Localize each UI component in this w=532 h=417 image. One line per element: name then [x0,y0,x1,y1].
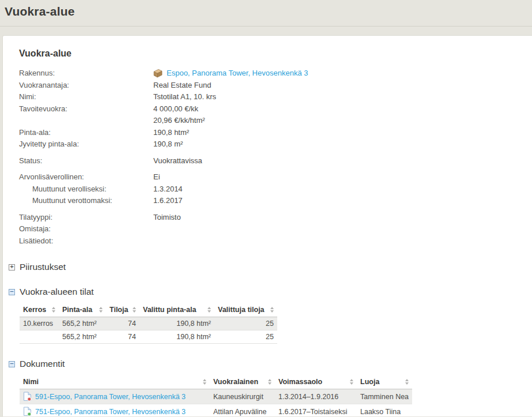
collapse-icon[interactable]: − [9,361,15,367]
field-arvonlisaverollinen: Arvonlisäverollinen: Ei [19,171,532,183]
cell-kerros: 10.kerros [20,317,59,330]
table-row: 751-Espoo, Panorama Tower, Hevosenkenkä … [20,404,412,417]
field-value: 190,8 htm² [153,127,189,139]
cell-vuokralainen: Attilan Apuväline [210,404,275,417]
table-summary-row: 565,2 htm² 74 190,8 htm² 25 [20,330,277,344]
field-label: Tavoitevuokra: [19,103,153,115]
field-nimi: Nimi: Tstotilat A1, 10. krs [19,91,532,103]
field-label: Status: [19,155,153,167]
field-label: Muuttunut verottomaksi: [19,195,153,207]
section-title-tilat: Vuokra-alueen tilat [20,287,94,297]
collapse-icon[interactable]: − [9,289,15,295]
sort-icon [270,307,274,313]
cell-voimassaolo: 1.6.2017–Toistaiseksi [275,404,357,417]
column-header-valittu-pinta-ala[interactable]: Valittu pinta-ala [139,304,214,317]
column-header-valittuja-tiloja[interactable]: Valittuja tiloja [214,304,277,317]
page-header: Vuokra-alue [0,0,532,27]
field-omistaja: Omistaja: [19,223,532,235]
cell-pinta-ala: 565,2 htm² [59,330,106,344]
field-label: Rakennus: [19,67,153,80]
field-value: Ei [153,171,160,183]
sort-icon [350,379,353,385]
doc-header-row: Nimi Vuokralainen Voimassaolo Luoja [20,376,412,389]
column-header-voimassaolo[interactable]: Voimassaolo [275,376,357,389]
cell-luoja: Laakso Tiina [357,404,412,417]
field-value: 190,8 m² [153,138,183,151]
cell-pinta-ala: 565,2 htm² [59,317,106,330]
column-header-luoja[interactable]: Luoja [357,376,412,389]
section-title-dokumentit: Dokumentit [20,359,65,369]
field-value: Toimisto [153,212,181,224]
dokumentit-table: Nimi Vuokralainen Voimassaolo Luoja [20,376,412,416]
expand-icon[interactable]: + [9,264,15,271]
tilat-header-row: Kerros Pinta-ala Tiloja Valittu pinta-al… [20,304,277,317]
field-tilatyyppi: Tilatyyppi: Toimisto [19,212,532,224]
cell-voimassaolo: 1.3.2014–1.9.2016 [275,389,357,404]
table-row: 591-Espoo, Panorama Tower, Hevosenkenkä … [20,389,412,404]
field-muuttunut-verottomaksi: Muuttunut verottomaksi: 1.6.2017 [19,195,532,207]
field-value: 4 000,00 €/kk [153,103,205,115]
document-icon-red-status [23,392,32,401]
building-icon [153,69,163,78]
field-tavoitevuokra: Tavoitevuokra: 4 000,00 €/kk 20,96 €/kk/… [19,103,532,127]
section-title-piirustukset: Piirustukset [20,262,66,272]
cell-valittuja-tiloja: 25 [214,317,277,330]
column-header-kerros[interactable]: Kerros [20,304,59,317]
card-heading: Vuokra-alue [19,48,532,59]
sort-icon [405,379,409,385]
cell-valittu-pinta-ala: 190,8 htm² [139,317,214,330]
cell-valittuja-tiloja: 25 [214,330,277,344]
document-link[interactable]: 751-Espoo, Panorama Tower, Hevosenkenkä … [35,408,186,416]
field-lisatiedot: Lisätiedot: [19,235,532,247]
field-jyvitetty-pinta-ala: Jyvitetty pinta-ala: 190,8 m² [19,138,532,151]
field-value-secondary: 20,96 €/kk/htm² [153,115,205,127]
field-status: Status: Vuokrattavissa [19,155,532,167]
field-vuokranantaja: Vuokranantaja: Real Estate Fund [19,80,532,92]
column-header-nimi[interactable]: Nimi [20,376,210,389]
field-label: Nimi: [19,91,153,103]
field-label: Muuttunut verolliseksi: [19,183,153,196]
column-header-vuokralainen[interactable]: Vuokralainen [210,376,275,389]
section-tilat: − Vuokra-alueen tilat [9,287,532,297]
sort-icon [207,307,211,313]
field-label: Jyvitetty pinta-ala: [19,138,153,151]
sort-icon [203,379,206,385]
field-value: 1.6.2017 [153,195,183,207]
content-card: Vuokra-alue Rakennus: Espoo, Panorama To… [2,35,532,416]
column-header-tiloja[interactable]: Tiloja [106,304,139,317]
field-value: Real Estate Fund [153,80,211,92]
field-label: Pinta-ala: [19,127,153,139]
sort-icon [268,379,271,385]
section-dokumentit: − Dokumentit [9,359,532,369]
field-label: Omistaja: [19,223,153,235]
page-title: Vuokra-alue [5,5,532,18]
cell-vuokralainen: Kauneuskirurgit [210,389,275,404]
table-row: 10.kerros 565,2 htm² 74 190,8 htm² 25 [20,317,277,330]
field-value: Vuokrattavissa [153,155,202,167]
cell-tiloja: 74 [106,330,139,344]
cell-tiloja: 74 [106,317,139,330]
sort-icon [99,307,103,313]
field-label: Tilatyyppi: [19,212,153,224]
column-header-pinta-ala[interactable]: Pinta-ala [59,304,106,317]
field-label: Arvonlisäverollinen: [19,171,153,183]
field-value: 1.3.2014 [153,183,183,196]
document-link[interactable]: 591-Espoo, Panorama Tower, Hevosenkenkä … [35,393,186,401]
cell-valittu-pinta-ala: 190,8 htm² [139,330,214,344]
cell-kerros [20,330,59,344]
tilat-table: Kerros Pinta-ala Tiloja Valittu pinta-al… [20,304,277,344]
field-rakennus: Rakennus: Espoo, Panorama Tower, Hevosen… [19,67,532,80]
section-piirustukset: + Piirustukset [9,262,532,272]
building-link[interactable]: Espoo, Panorama Tower, Hevosenkenkä 3 [167,67,308,80]
document-icon-green-status [23,407,32,416]
field-muuttunut-verolliseksi: Muuttunut verolliseksi: 1.3.2014 [19,183,532,196]
field-label: Lisätiedot: [19,235,153,247]
cell-luoja: Tamminen Nea [357,389,412,404]
sort-icon [52,307,55,313]
field-list: Rakennus: Espoo, Panorama Tower, Hevosen… [19,67,532,247]
field-label: Vuokranantaja: [19,80,153,92]
field-value: Tstotilat A1, 10. krs [153,91,216,103]
sort-icon [133,307,136,313]
field-pinta-ala: Pinta-ala: 190,8 htm² [19,127,532,139]
